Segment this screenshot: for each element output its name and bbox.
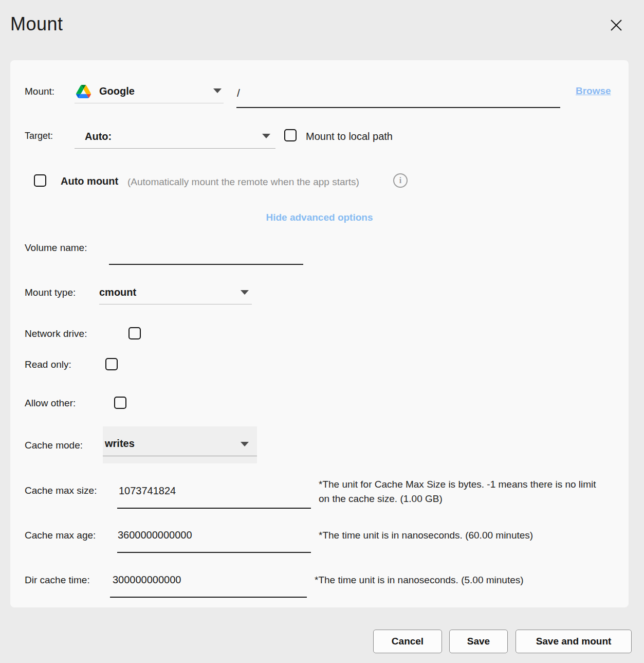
mount-form-card: Mount: Google Browse Target: Auto: Mount… [10,60,629,607]
cache-mode-select[interactable]: writes [103,426,257,463]
cancel-button[interactable]: Cancel [373,630,442,653]
chevron-down-icon [213,88,222,93]
mount-to-local-path-checkbox[interactable] [284,129,297,141]
chevron-down-icon [262,134,270,138]
remote-select[interactable]: Google [75,82,224,103]
network-drive-label: Network drive: [25,328,87,339]
info-icon[interactable]: i [393,173,408,188]
google-drive-icon [76,85,91,98]
volume-name-label: Volume name: [25,242,87,254]
save-and-mount-button[interactable]: Save and mount [516,630,632,653]
auto-mount-checkbox[interactable] [34,174,46,187]
close-button[interactable] [608,17,624,33]
dir-cache-time-note: *The time unit is in nanoseconds. (5.00 … [315,575,623,586]
network-drive-checkbox[interactable] [128,327,141,339]
read-only-label: Read only: [25,359,71,370]
cache-max-size-note: *The unit for Cache Max Size is bytes. -… [319,477,606,506]
dir-cache-time-label: Dir cache time: [25,575,90,586]
volume-name-input[interactable] [109,244,303,265]
cache-mode-label: Cache mode: [25,440,83,451]
dir-cache-time-input[interactable] [110,568,307,598]
auto-mount-hint: (Automatically mount the remote when the… [127,176,359,188]
hide-advanced-options-link[interactable]: Hide advanced options [10,212,629,223]
dialog-title: Mount [10,13,63,35]
mount-type-select[interactable]: cmount [99,283,252,304]
target-select[interactable]: Auto: [75,127,275,149]
cache-max-size-input[interactable] [117,479,311,509]
mount-type-label: Mount type: [25,287,76,298]
cache-max-age-note: *The time unit is in nanoseconds. (60.00… [319,530,627,541]
auto-mount-label: Auto mount [61,175,118,187]
remote-select-value: Google [99,85,135,97]
cache-mode-value: writes [105,438,135,450]
target-select-value: Auto: [85,131,112,142]
close-icon [610,19,622,31]
chevron-down-icon [241,442,249,446]
target-label: Target: [25,131,53,141]
chevron-down-icon [241,290,249,295]
mount-path-input[interactable] [236,84,560,108]
save-button[interactable]: Save [449,630,508,653]
mount-to-local-path-label: Mount to local path [306,131,393,142]
read-only-checkbox[interactable] [105,358,118,370]
browse-link[interactable]: Browse [576,85,611,97]
allow-other-checkbox[interactable] [114,397,126,409]
cache-max-age-input[interactable] [117,524,311,553]
mount-label: Mount: [25,86,54,97]
cache-max-size-label: Cache max size: [25,485,97,496]
cache-mode-underline [103,456,257,456]
allow-other-label: Allow other: [25,398,76,409]
cache-max-age-label: Cache max age: [25,530,96,541]
mount-type-value: cmount [99,286,136,298]
